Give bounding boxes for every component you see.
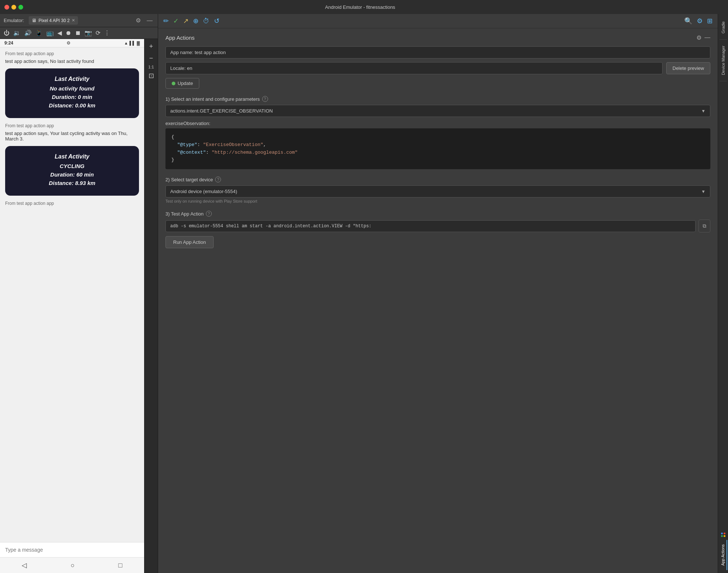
update-label: Update xyxy=(178,81,193,86)
undo-icon[interactable]: ↺ xyxy=(214,17,220,25)
more-icon[interactable]: ⋮ xyxy=(104,29,110,36)
card-title-2: Last Activity xyxy=(13,153,132,160)
phone-content[interactable]: From test app action app test app action… xyxy=(0,47,144,542)
edit-icon[interactable]: ✏ xyxy=(163,17,169,25)
fit-screen-button[interactable]: ⊡ xyxy=(146,71,156,81)
locale-row: Locale: en Delete preview xyxy=(165,62,710,74)
code-block: { "@type": "ExerciseObservation", "@cont… xyxy=(165,128,710,169)
panel-title: App Actions xyxy=(165,35,195,41)
chat-label-2: From test app action app xyxy=(5,123,139,128)
emulator-toolbar: Emulator: 🖥 Pixel 4 API 30 2 ✕ ⚙ — xyxy=(0,14,158,27)
window-title: Android Emulator - fitnessactions xyxy=(0,4,724,10)
section1-label: 1) Select an intent and configure parame… xyxy=(165,96,710,102)
recents-nav-icon[interactable]: □ xyxy=(118,562,122,569)
app-name-field: App name: test app action xyxy=(165,46,710,58)
search-icon[interactable]: 🔍 xyxy=(684,17,692,25)
home-circle-icon[interactable]: ⏺ xyxy=(65,30,71,36)
zoom-controls: + − 1:1 ⊡ xyxy=(144,39,158,573)
section2-help-icon[interactable]: ? xyxy=(215,177,221,182)
camera-icon[interactable]: 📷 xyxy=(85,29,92,36)
chat-message-2: test app action says, Your last cycling … xyxy=(5,131,139,142)
panel-icons: ⚙ — xyxy=(696,34,710,41)
section3-label: 3) Test App Action ? xyxy=(165,211,710,217)
emulator-settings-icon[interactable]: ⚙ xyxy=(134,16,142,25)
card-stat-1-2: Duration: 0 min xyxy=(13,94,132,100)
device-dropdown-arrow: ▼ xyxy=(701,189,706,194)
phone-status-bar: 9:24 ⚙ ▲ ▌▌ ▓ xyxy=(0,39,144,47)
chat-label-3: From test app action app xyxy=(5,201,139,206)
update-button[interactable]: Update xyxy=(165,78,199,89)
expand-icon[interactable]: ⊞ xyxy=(707,17,713,25)
zoom-reset-button[interactable]: 1:1 xyxy=(148,65,154,69)
card-stat-1-3: Distance: 0.00 km xyxy=(13,102,132,108)
sidebar-tab-gradle[interactable]: Gradle xyxy=(720,17,727,38)
device-hint: Test only on running device with Play St… xyxy=(165,199,710,203)
activity-card-2: Last Activity CYCLING Duration: 60 min D… xyxy=(5,146,139,196)
volume-up-icon[interactable]: 🔊 xyxy=(24,29,32,36)
sidebar-tab-app-actions[interactable]: App Actions xyxy=(719,540,727,570)
delete-preview-button[interactable]: Delete preview xyxy=(666,62,710,74)
panel-minimize-icon[interactable]: — xyxy=(704,34,710,41)
google-dots xyxy=(721,533,725,537)
code-line-brace-close: } xyxy=(171,156,704,164)
history-icon[interactable]: ⏱ xyxy=(203,17,210,25)
section2-label: 2) Select target device ? xyxy=(165,177,710,182)
g-dot-green xyxy=(721,535,723,537)
back-nav-icon[interactable]: ◁ xyxy=(22,561,27,569)
stop-icon[interactable]: ⏹ xyxy=(75,30,81,36)
message-input[interactable] xyxy=(5,547,139,553)
home-nav-icon[interactable]: ○ xyxy=(71,562,75,569)
command-field: adb -s emulator-5554 shell am start -a a… xyxy=(165,220,696,232)
device-tab-close[interactable]: ✕ xyxy=(72,18,75,23)
phone-screen: 9:24 ⚙ ▲ ▌▌ ▓ From test app action app t… xyxy=(0,39,144,573)
settings-gear-icon: ⚙ xyxy=(67,40,71,46)
update-status-dot xyxy=(172,82,175,85)
intent-dropdown-arrow: ▼ xyxy=(701,108,706,114)
g-dot-red xyxy=(724,533,725,534)
run-icon[interactable]: ↗ xyxy=(183,17,189,25)
card-stat-2-1: CYCLING xyxy=(13,163,132,169)
tv-icon[interactable]: 📺 xyxy=(46,29,54,36)
status-icons: ▲ ▌▌ ▓ xyxy=(124,41,140,45)
replay-icon[interactable]: ⟳ xyxy=(96,29,100,36)
g-dot-yellow xyxy=(724,535,725,537)
device-dropdown[interactable]: Android device (emulator-5554) ▼ xyxy=(165,185,710,197)
power-icon[interactable]: ⏻ xyxy=(4,30,10,36)
code-line-context: "@context": "http://schema.googleapis.co… xyxy=(171,149,704,157)
app-actions-toolbar: ✏ ✓ ↗ ⊕ ⏱ ↺ 🔍 ⚙ ⊞ xyxy=(158,14,718,28)
run-app-action-button[interactable]: Run App Action xyxy=(165,236,214,248)
panel-settings-icon[interactable]: ⚙ xyxy=(696,34,702,41)
volume-down-icon[interactable]: 🔉 xyxy=(13,29,21,36)
chat-message-1: test app action says, No last activity f… xyxy=(5,58,139,64)
section3: 3) Test App Action ? adb -s emulator-555… xyxy=(165,211,710,248)
phone-input-bar xyxy=(0,542,144,557)
check-icon[interactable]: ✓ xyxy=(173,17,179,25)
add-icon[interactable]: ⊕ xyxy=(193,17,199,25)
sidebar-divider-2 xyxy=(720,81,727,81)
main-container: Emulator: 🖥 Pixel 4 API 30 2 ✕ ⚙ — ⏻ 🔉 🔊… xyxy=(0,14,728,573)
settings-icon[interactable]: ⚙ xyxy=(697,17,703,25)
zoom-out-button[interactable]: − xyxy=(146,53,156,63)
signal-icon: ▌▌ xyxy=(129,41,135,45)
card-title-1: Last Activity xyxy=(13,76,132,82)
wifi-icon: ▲ xyxy=(124,41,128,45)
app-actions-content[interactable]: App Actions ⚙ — App name: test app actio… xyxy=(158,28,718,573)
param-label: exerciseObservation: xyxy=(165,121,710,126)
activity-card-1: Last Activity No activity found Duration… xyxy=(5,68,139,118)
rotate-icon[interactable]: 📱 xyxy=(35,29,43,36)
section3-help-icon[interactable]: ? xyxy=(206,211,212,217)
code-line-type: "@type": "ExerciseObservation", xyxy=(171,141,704,149)
device-tab[interactable]: 🖥 Pixel 4 API 30 2 ✕ xyxy=(29,16,78,25)
g-dot-blue xyxy=(721,533,723,534)
battery-icon: ▓ xyxy=(137,41,140,45)
phone-nav-bar: ◁ ○ □ xyxy=(0,557,144,573)
intent-dropdown[interactable]: actions.intent.GET_EXERCISE_OBSERVATION … xyxy=(165,105,710,117)
emulator-minimize-icon[interactable]: — xyxy=(145,17,154,25)
intent-selected-value: actions.intent.GET_EXERCISE_OBSERVATION xyxy=(170,108,273,114)
zoom-in-button[interactable]: + xyxy=(146,41,156,51)
copy-command-button[interactable]: ⧉ xyxy=(699,220,710,232)
sidebar-tab-device-manager[interactable]: Device Manager xyxy=(720,41,727,79)
locale-field[interactable]: Locale: en xyxy=(165,62,663,74)
back-icon[interactable]: ◀ xyxy=(57,29,62,36)
section1-help-icon[interactable]: ? xyxy=(262,96,268,102)
